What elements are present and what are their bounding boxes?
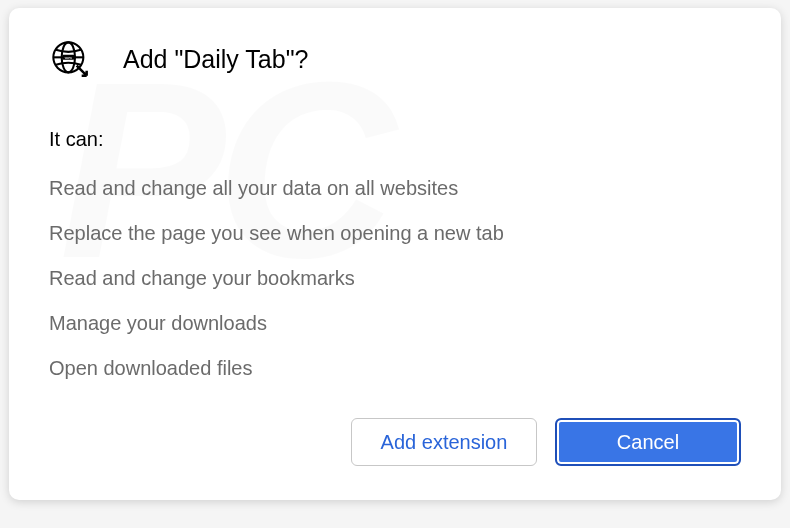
permission-item: Read and change all your data on all web… [49,177,741,200]
svg-text:www: www [65,56,73,60]
extension-install-dialog: PC www Add "Daily Tab"? It can: Read and… [9,8,781,500]
dialog-actions: Add extension Cancel [49,418,741,466]
permissions-list: Read and change all your data on all web… [49,177,741,380]
dialog-title: Add "Daily Tab"? [123,45,308,74]
permission-item: Replace the page you see when opening a … [49,222,741,245]
permission-item: Manage your downloads [49,312,741,335]
cancel-button[interactable]: Cancel [555,418,741,466]
permission-item: Read and change your bookmarks [49,267,741,290]
dialog-header: www Add "Daily Tab"? [49,38,741,80]
permissions-section: It can: Read and change all your data on… [49,128,741,380]
permissions-heading: It can: [49,128,741,151]
extension-globe-icon: www [49,38,91,80]
permission-item: Open downloaded files [49,357,741,380]
add-extension-button[interactable]: Add extension [351,418,537,466]
